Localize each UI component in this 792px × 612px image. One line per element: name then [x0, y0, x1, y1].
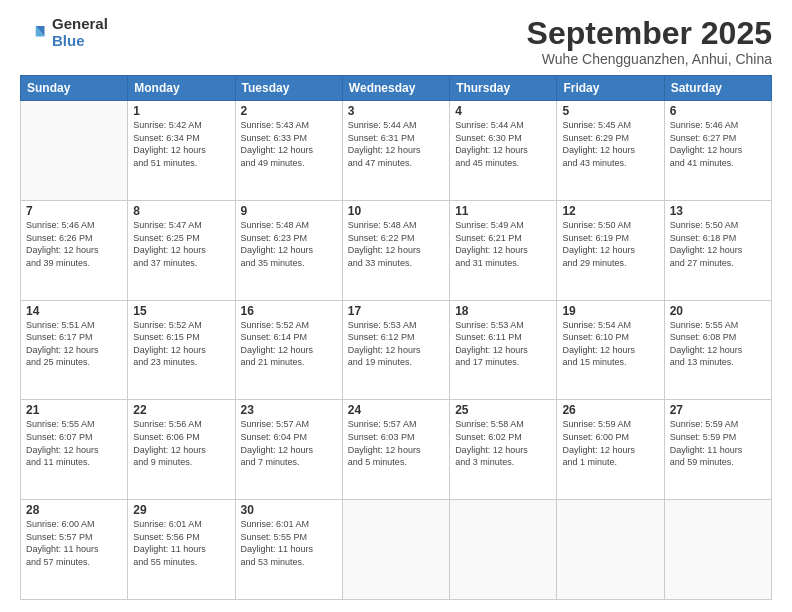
table-row: 5Sunrise: 5:45 AM Sunset: 6:29 PM Daylig…: [557, 101, 664, 201]
day-number: 4: [455, 104, 551, 118]
col-thursday: Thursday: [450, 76, 557, 101]
cell-info: Sunrise: 5:44 AM Sunset: 6:31 PM Dayligh…: [348, 119, 444, 169]
title-block: September 2025 Wuhe Chengguanzhen, Anhui…: [527, 16, 772, 67]
table-row: [21, 101, 128, 201]
cell-info: Sunrise: 5:59 AM Sunset: 5:59 PM Dayligh…: [670, 418, 766, 468]
col-saturday: Saturday: [664, 76, 771, 101]
table-row: 3Sunrise: 5:44 AM Sunset: 6:31 PM Daylig…: [342, 101, 449, 201]
cell-info: Sunrise: 6:00 AM Sunset: 5:57 PM Dayligh…: [26, 518, 122, 568]
cell-info: Sunrise: 5:53 AM Sunset: 6:12 PM Dayligh…: [348, 319, 444, 369]
cell-info: Sunrise: 5:52 AM Sunset: 6:15 PM Dayligh…: [133, 319, 229, 369]
day-number: 14: [26, 304, 122, 318]
cell-info: Sunrise: 5:50 AM Sunset: 6:18 PM Dayligh…: [670, 219, 766, 269]
day-number: 3: [348, 104, 444, 118]
day-number: 2: [241, 104, 337, 118]
location-subtitle: Wuhe Chengguanzhen, Anhui, China: [527, 51, 772, 67]
day-number: 13: [670, 204, 766, 218]
table-row: 18Sunrise: 5:53 AM Sunset: 6:11 PM Dayli…: [450, 300, 557, 400]
table-row: [450, 500, 557, 600]
day-number: 7: [26, 204, 122, 218]
cell-info: Sunrise: 5:57 AM Sunset: 6:04 PM Dayligh…: [241, 418, 337, 468]
cell-info: Sunrise: 5:58 AM Sunset: 6:02 PM Dayligh…: [455, 418, 551, 468]
table-row: 6Sunrise: 5:46 AM Sunset: 6:27 PM Daylig…: [664, 101, 771, 201]
table-row: 20Sunrise: 5:55 AM Sunset: 6:08 PM Dayli…: [664, 300, 771, 400]
day-number: 25: [455, 403, 551, 417]
day-number: 18: [455, 304, 551, 318]
cell-info: Sunrise: 5:51 AM Sunset: 6:17 PM Dayligh…: [26, 319, 122, 369]
cell-info: Sunrise: 5:59 AM Sunset: 6:00 PM Dayligh…: [562, 418, 658, 468]
day-number: 16: [241, 304, 337, 318]
day-number: 8: [133, 204, 229, 218]
table-row: [557, 500, 664, 600]
day-number: 19: [562, 304, 658, 318]
col-wednesday: Wednesday: [342, 76, 449, 101]
cell-info: Sunrise: 5:55 AM Sunset: 6:08 PM Dayligh…: [670, 319, 766, 369]
table-row: 4Sunrise: 5:44 AM Sunset: 6:30 PM Daylig…: [450, 101, 557, 201]
table-row: 15Sunrise: 5:52 AM Sunset: 6:15 PM Dayli…: [128, 300, 235, 400]
table-row: 11Sunrise: 5:49 AM Sunset: 6:21 PM Dayli…: [450, 200, 557, 300]
day-number: 5: [562, 104, 658, 118]
logo-icon: [20, 19, 48, 47]
table-row: 16Sunrise: 5:52 AM Sunset: 6:14 PM Dayli…: [235, 300, 342, 400]
day-number: 9: [241, 204, 337, 218]
table-row: 14Sunrise: 5:51 AM Sunset: 6:17 PM Dayli…: [21, 300, 128, 400]
day-number: 21: [26, 403, 122, 417]
table-row: [664, 500, 771, 600]
table-row: 1Sunrise: 5:42 AM Sunset: 6:34 PM Daylig…: [128, 101, 235, 201]
day-number: 27: [670, 403, 766, 417]
day-number: 20: [670, 304, 766, 318]
table-row: 24Sunrise: 5:57 AM Sunset: 6:03 PM Dayli…: [342, 400, 449, 500]
calendar-week-row: 7Sunrise: 5:46 AM Sunset: 6:26 PM Daylig…: [21, 200, 772, 300]
table-row: 7Sunrise: 5:46 AM Sunset: 6:26 PM Daylig…: [21, 200, 128, 300]
table-row: 27Sunrise: 5:59 AM Sunset: 5:59 PM Dayli…: [664, 400, 771, 500]
cell-info: Sunrise: 5:46 AM Sunset: 6:26 PM Dayligh…: [26, 219, 122, 269]
cell-info: Sunrise: 5:54 AM Sunset: 6:10 PM Dayligh…: [562, 319, 658, 369]
cell-info: Sunrise: 5:45 AM Sunset: 6:29 PM Dayligh…: [562, 119, 658, 169]
month-title: September 2025: [527, 16, 772, 51]
cell-info: Sunrise: 5:43 AM Sunset: 6:33 PM Dayligh…: [241, 119, 337, 169]
logo-blue-text: Blue: [52, 33, 108, 50]
day-number: 6: [670, 104, 766, 118]
table-row: 26Sunrise: 5:59 AM Sunset: 6:00 PM Dayli…: [557, 400, 664, 500]
table-row: 19Sunrise: 5:54 AM Sunset: 6:10 PM Dayli…: [557, 300, 664, 400]
col-tuesday: Tuesday: [235, 76, 342, 101]
logo: General Blue: [20, 16, 108, 49]
table-row: 22Sunrise: 5:56 AM Sunset: 6:06 PM Dayli…: [128, 400, 235, 500]
table-row: 13Sunrise: 5:50 AM Sunset: 6:18 PM Dayli…: [664, 200, 771, 300]
cell-info: Sunrise: 5:49 AM Sunset: 6:21 PM Dayligh…: [455, 219, 551, 269]
cell-info: Sunrise: 5:55 AM Sunset: 6:07 PM Dayligh…: [26, 418, 122, 468]
table-row: 28Sunrise: 6:00 AM Sunset: 5:57 PM Dayli…: [21, 500, 128, 600]
calendar-week-row: 14Sunrise: 5:51 AM Sunset: 6:17 PM Dayli…: [21, 300, 772, 400]
table-row: 21Sunrise: 5:55 AM Sunset: 6:07 PM Dayli…: [21, 400, 128, 500]
calendar-week-row: 28Sunrise: 6:00 AM Sunset: 5:57 PM Dayli…: [21, 500, 772, 600]
col-sunday: Sunday: [21, 76, 128, 101]
logo-general-text: General: [52, 16, 108, 33]
table-row: 12Sunrise: 5:50 AM Sunset: 6:19 PM Dayli…: [557, 200, 664, 300]
table-row: 2Sunrise: 5:43 AM Sunset: 6:33 PM Daylig…: [235, 101, 342, 201]
day-number: 12: [562, 204, 658, 218]
table-row: 10Sunrise: 5:48 AM Sunset: 6:22 PM Dayli…: [342, 200, 449, 300]
day-number: 30: [241, 503, 337, 517]
cell-info: Sunrise: 5:50 AM Sunset: 6:19 PM Dayligh…: [562, 219, 658, 269]
day-number: 24: [348, 403, 444, 417]
weekday-header-row: Sunday Monday Tuesday Wednesday Thursday…: [21, 76, 772, 101]
cell-info: Sunrise: 5:53 AM Sunset: 6:11 PM Dayligh…: [455, 319, 551, 369]
calendar-table: Sunday Monday Tuesday Wednesday Thursday…: [20, 75, 772, 600]
col-friday: Friday: [557, 76, 664, 101]
day-number: 29: [133, 503, 229, 517]
cell-info: Sunrise: 5:48 AM Sunset: 6:22 PM Dayligh…: [348, 219, 444, 269]
table-row: 29Sunrise: 6:01 AM Sunset: 5:56 PM Dayli…: [128, 500, 235, 600]
cell-info: Sunrise: 5:46 AM Sunset: 6:27 PM Dayligh…: [670, 119, 766, 169]
cell-info: Sunrise: 6:01 AM Sunset: 5:55 PM Dayligh…: [241, 518, 337, 568]
cell-info: Sunrise: 5:47 AM Sunset: 6:25 PM Dayligh…: [133, 219, 229, 269]
day-number: 10: [348, 204, 444, 218]
day-number: 28: [26, 503, 122, 517]
day-number: 23: [241, 403, 337, 417]
cell-info: Sunrise: 5:57 AM Sunset: 6:03 PM Dayligh…: [348, 418, 444, 468]
calendar-week-row: 1Sunrise: 5:42 AM Sunset: 6:34 PM Daylig…: [21, 101, 772, 201]
col-monday: Monday: [128, 76, 235, 101]
table-row: 30Sunrise: 6:01 AM Sunset: 5:55 PM Dayli…: [235, 500, 342, 600]
cell-info: Sunrise: 6:01 AM Sunset: 5:56 PM Dayligh…: [133, 518, 229, 568]
table-row: 8Sunrise: 5:47 AM Sunset: 6:25 PM Daylig…: [128, 200, 235, 300]
day-number: 15: [133, 304, 229, 318]
